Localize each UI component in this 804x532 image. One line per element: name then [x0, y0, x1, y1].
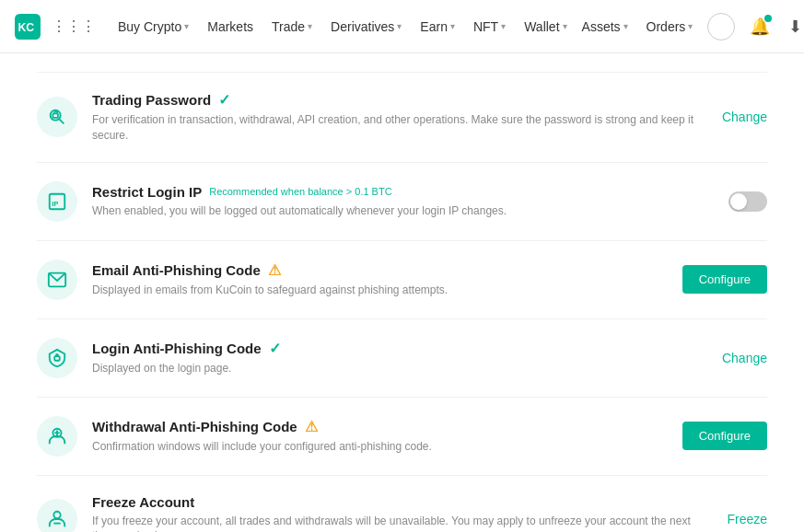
nav-nft[interactable]: NFT ▾: [466, 0, 513, 53]
check-icon: ✓: [269, 340, 281, 357]
nav-trade[interactable]: Trade ▾: [264, 0, 320, 53]
grid-menu-button[interactable]: ⋮⋮⋮: [48, 14, 99, 39]
trading-password-icon-wrap: [37, 97, 77, 137]
freeze-account-icon-wrap: [37, 499, 77, 532]
email-anti-phishing-icon-wrap: [37, 260, 77, 300]
withdrawal-anti-phishing-title: Withdrawal Anti-Phishing Code ⚠: [92, 418, 668, 435]
trading-password-content: Trading Password ✓ For verification in t…: [92, 91, 707, 144]
check-icon: ✓: [218, 91, 230, 109]
warning-icon: ⚠: [305, 418, 318, 435]
security-item-restrict-login-ip: IP Restrict Login IP Recommended when ba…: [37, 163, 767, 241]
login-anti-phishing-icon-wrap: [37, 338, 77, 378]
chevron-down-icon: ▾: [563, 21, 567, 31]
login-anti-phishing-change-button[interactable]: Change: [722, 351, 767, 365]
nav-buy-crypto[interactable]: Buy Crypto ▾: [111, 0, 196, 53]
trading-password-change-button[interactable]: Change: [722, 110, 767, 124]
withdrawal-icon: [47, 426, 67, 446]
nav-assets[interactable]: Assets ▾: [578, 19, 632, 34]
ip-icon: IP: [47, 191, 67, 212]
withdrawal-anti-phishing-action: Configure: [682, 422, 767, 450]
chevron-down-icon: ▾: [623, 21, 628, 31]
person-icon: [47, 509, 67, 529]
security-item-trading-password: Trading Password ✓ For verification in t…: [37, 72, 767, 163]
withdrawal-anti-phishing-configure-button[interactable]: Configure: [682, 422, 767, 450]
svg-rect-8: [54, 356, 60, 361]
chevron-down-icon: ▾: [450, 21, 455, 31]
restrict-login-ip-title: Restrict Login IP Recommended when balan…: [92, 184, 714, 200]
chevron-down-icon: ▾: [397, 21, 402, 31]
withdrawal-anti-phishing-desc: Confirmation windows will include your c…: [92, 439, 668, 455]
nav-orders[interactable]: Orders ▾: [643, 19, 697, 34]
restrict-login-ip-desc: When enabled, you will be logged out aut…: [92, 203, 714, 219]
download-button[interactable]: ⬇: [785, 13, 804, 40]
main-content: Trading Password ✓ For verification in t…: [0, 53, 804, 532]
security-item-withdrawal-anti-phishing: Withdrawal Anti-Phishing Code ⚠ Confirma…: [37, 398, 767, 476]
svg-text:KC: KC: [18, 21, 35, 34]
user-avatar[interactable]: [707, 13, 735, 40]
recommended-badge: Recommended when balance > 0.1 BTC: [209, 186, 391, 197]
notification-badge: [764, 15, 772, 22]
login-anti-phishing-title: Login Anti-Phishing Code ✓: [92, 340, 707, 357]
chevron-down-icon: ▾: [184, 21, 189, 31]
restrict-login-ip-toggle[interactable]: [728, 191, 767, 212]
trading-password-title: Trading Password ✓: [92, 91, 707, 109]
freeze-account-button[interactable]: Freeze: [727, 512, 767, 526]
freeze-account-action: Freeze: [727, 512, 767, 526]
shield-lock-icon: [47, 348, 67, 368]
withdrawal-anti-phishing-content: Withdrawal Anti-Phishing Code ⚠ Confirma…: [92, 418, 668, 455]
search-lock-icon: [47, 107, 67, 127]
warning-icon: ⚠: [268, 261, 281, 279]
restrict-login-ip-action: [728, 191, 767, 212]
chevron-down-icon: ▾: [501, 21, 506, 31]
restrict-login-ip-content: Restrict Login IP Recommended when balan…: [92, 184, 714, 219]
email-anti-phishing-action: Configure: [682, 265, 767, 294]
security-item-freeze-account: Freeze Account If you freeze your accoun…: [37, 476, 767, 532]
freeze-account-title: Freeze Account: [92, 494, 712, 510]
nav-wallet[interactable]: Wallet ▾: [517, 0, 574, 53]
logo[interactable]: KC: [15, 14, 41, 40]
trading-password-desc: For verification in transaction, withdra…: [92, 112, 707, 144]
freeze-account-desc: If you freeze your account, all trades a…: [92, 514, 712, 532]
nav-markets[interactable]: Markets: [200, 0, 261, 53]
navbar-right: Assets ▾ Orders ▾ 🔔 ⬇ 🌐 USD: [578, 13, 804, 40]
security-item-login-anti-phishing: Login Anti-Phishing Code ✓ Displayed on …: [37, 319, 767, 398]
svg-rect-4: [52, 114, 58, 119]
withdrawal-anti-phishing-icon-wrap: [37, 416, 77, 457]
chevron-down-icon: ▾: [308, 21, 312, 31]
nav-earn[interactable]: Earn ▾: [413, 0, 462, 53]
restrict-login-ip-icon-wrap: IP: [37, 181, 77, 222]
security-item-email-anti-phishing: Email Anti-Phishing Code ⚠ Displayed in …: [37, 241, 767, 319]
login-anti-phishing-action: Change: [722, 351, 767, 365]
notification-bell-button[interactable]: 🔔: [746, 13, 774, 40]
email-anti-phishing-configure-button[interactable]: Configure: [682, 265, 767, 294]
svg-point-12: [53, 512, 60, 518]
email-icon: [47, 270, 67, 290]
svg-text:IP: IP: [52, 199, 59, 207]
email-anti-phishing-content: Email Anti-Phishing Code ⚠ Displayed in …: [92, 261, 668, 298]
trading-password-action: Change: [722, 110, 767, 124]
freeze-account-content: Freeze Account If you freeze your accoun…: [92, 494, 712, 532]
email-anti-phishing-desc: Displayed in emails from KuCoin to safeg…: [92, 283, 668, 298]
email-anti-phishing-title: Email Anti-Phishing Code ⚠: [92, 261, 668, 279]
chevron-down-icon: ▾: [688, 21, 693, 31]
navbar: KC ⋮⋮⋮ Buy Crypto ▾ Markets Trade ▾ Deri…: [0, 0, 804, 53]
svg-line-3: [59, 120, 64, 124]
login-anti-phishing-content: Login Anti-Phishing Code ✓ Displayed on …: [92, 340, 707, 376]
login-anti-phishing-desc: Displayed on the login page.: [92, 361, 707, 376]
nav-derivatives[interactable]: Derivatives ▾: [323, 0, 409, 53]
